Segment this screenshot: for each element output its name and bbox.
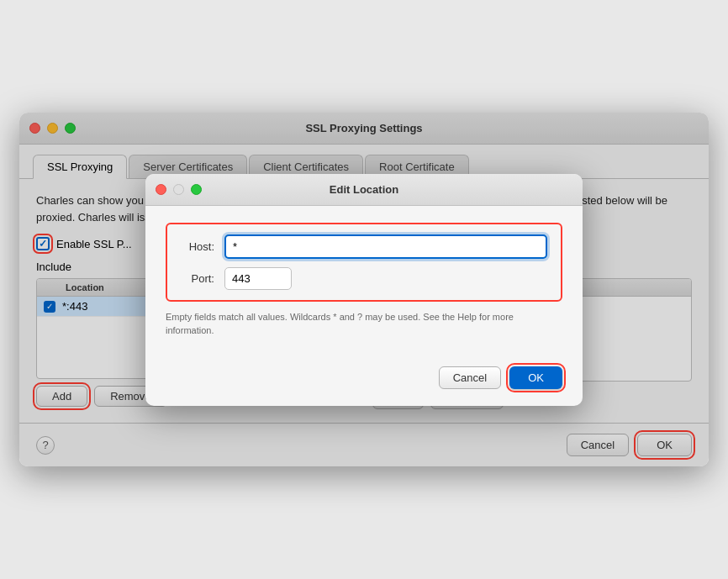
modal-cancel-button[interactable]: Cancel [439, 366, 501, 389]
hint-text: Empty fields match all values. Wildcards… [166, 310, 562, 338]
modal-actions: Cancel OK [145, 366, 583, 406]
modal-close-button[interactable] [156, 184, 166, 195]
port-label: Port: [181, 272, 214, 285]
host-input[interactable] [224, 234, 547, 259]
field-group: Host: Port: [166, 223, 562, 302]
main-window: SSL Proxying Settings SSL Proxying Serve… [19, 113, 709, 466]
modal-ok-button[interactable]: OK [509, 366, 562, 389]
edit-location-modal: Edit Location Host: Port: Empty fiel [145, 174, 583, 406]
port-input[interactable] [224, 267, 292, 290]
host-row: Host: [181, 234, 547, 259]
modal-controls [156, 184, 202, 195]
host-label: Host: [181, 240, 214, 253]
modal-maximize-button[interactable] [191, 184, 202, 195]
modal-overlay: Edit Location Host: Port: Empty fiel [19, 113, 709, 466]
port-row: Port: [181, 267, 547, 290]
modal-minimize-button[interactable] [173, 184, 184, 195]
modal-title-bar: Edit Location [145, 174, 583, 206]
modal-title: Edit Location [330, 183, 398, 196]
modal-body: Host: Port: Empty fields match all value… [145, 206, 583, 366]
